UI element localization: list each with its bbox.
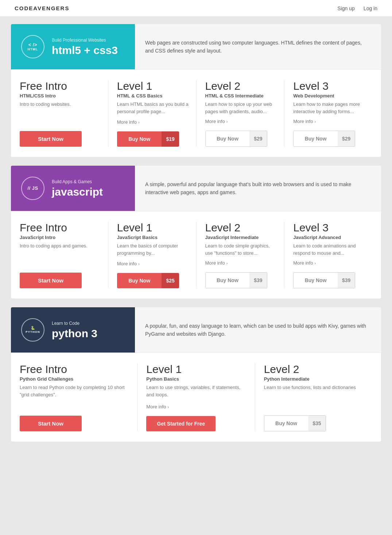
start-now-button-html-0[interactable]: Start Now — [20, 131, 82, 147]
banner-left-html: < />HTML Build Professional Websites htm… — [11, 24, 135, 69]
get-started-button-py-1[interactable]: Get Started for Free — [146, 416, 216, 431]
buy-button-inactive-js-2[interactable]: Buy Now $39 — [205, 272, 267, 288]
more-info-html-2[interactable]: More info › — [205, 119, 279, 124]
more-info-html-3[interactable]: More info › — [293, 119, 366, 124]
signup-link[interactable]: Sign up — [337, 5, 354, 11]
start-now-button-py-0[interactable]: Start Now — [20, 416, 82, 431]
site-logo: CODEAVENGERS — [15, 5, 69, 11]
buy-price-inactive-py-2[interactable]: $35 — [308, 415, 326, 431]
level-subtitle-html-0: HTML/CSS Intro — [20, 93, 102, 99]
buy-button-js-1[interactable]: Buy Now $25 — [117, 273, 179, 288]
buy-price-inactive-js-3[interactable]: $39 — [338, 272, 355, 288]
buy-price-inactive-html-3[interactable]: $29 — [338, 131, 355, 147]
more-info-arrow-js-3: › — [314, 261, 316, 265]
level-name-py-1: Level 1 — [146, 363, 249, 376]
level-card-html-3: Level 3Web DevelopmentLearn how to make … — [284, 80, 372, 147]
level-desc-py-0: Learn to read Python code by completing … — [20, 384, 131, 398]
level-subtitle-py-2: Python Intermediate — [264, 376, 366, 382]
course-section-js: // JS Build Apps & Games javascript A si… — [11, 166, 381, 299]
level-desc-html-0: Intro to coding websites. — [20, 101, 102, 113]
level-name-js-3: Level 3 — [293, 222, 366, 234]
level-subtitle-py-0: Python Grid Challenges — [20, 376, 131, 382]
banner-desc-py: A popular, fun, and easy language to lea… — [135, 307, 381, 353]
more-info-js-2[interactable]: More info › — [205, 260, 279, 266]
level-desc-js-3: Learn to code animations and respond to … — [293, 242, 366, 257]
more-info-arrow-html-1: › — [138, 120, 140, 124]
buy-label-js-1[interactable]: Buy Now — [117, 273, 162, 288]
buy-price-js-1[interactable]: $25 — [162, 273, 179, 288]
course-section-html: < />HTML Build Professional Websites htm… — [11, 24, 381, 157]
level-desc-py-2: Learn to use functions, lists and dictio… — [264, 384, 366, 398]
level-subtitle-js-2: JavaScript Intermediate — [205, 235, 279, 240]
more-info-arrow-html-2: › — [226, 119, 228, 124]
banner-subtitle-js: Build Apps & Games — [52, 179, 103, 184]
level-desc-py-1: Learn to use strings, variables, if stat… — [146, 384, 249, 400]
level-subtitle-html-1: HTML & CSS Basics — [117, 93, 190, 99]
buy-button-inactive-js-3[interactable]: Buy Now $39 — [293, 272, 355, 288]
level-card-js-2: Level 2JavaScript IntermediateLearn to c… — [196, 222, 284, 288]
level-card-py-1: Level 1Python BasicsLearn to use strings… — [137, 363, 255, 431]
levels-grid-js: Free IntroJavaScript IntroIntro to codin… — [11, 211, 381, 299]
buy-price-inactive-js-2[interactable]: $39 — [249, 272, 267, 288]
level-desc-js-2: Learn to code simple graphics, use "func… — [205, 242, 279, 257]
more-info-html-1[interactable]: More info › — [117, 119, 190, 125]
banner-text-py: Learn to Code python 3 — [52, 321, 97, 339]
buy-button-inactive-html-2[interactable]: Buy Now $29 — [205, 131, 267, 147]
course-icon-js: // JS — [21, 177, 44, 200]
buy-button-inactive-html-3[interactable]: Buy Now $29 — [293, 131, 355, 147]
banner-left-js: // JS Build Apps & Games javascript — [11, 166, 135, 211]
levels-grid-py: Free IntroPython Grid ChallengesLearn to… — [11, 353, 381, 442]
banner-left-py: 🐍PYTHON Learn to Code python 3 — [11, 307, 135, 353]
level-subtitle-py-1: Python Basics — [146, 376, 249, 382]
course-banner-html: < />HTML Build Professional Websites htm… — [11, 24, 381, 69]
banner-subtitle-html: Build Professional Websites — [52, 38, 118, 43]
banner-subtitle-py: Learn to Code — [52, 321, 97, 326]
more-info-arrow-py-1: › — [168, 405, 169, 409]
page-content: < />HTML Build Professional Websites htm… — [0, 17, 392, 458]
buy-label-inactive-js-3[interactable]: Buy Now — [293, 272, 338, 288]
level-card-py-2: Level 2Python IntermediateLearn to use f… — [255, 363, 372, 431]
level-name-py-0: Free Intro — [20, 363, 131, 376]
banner-title-html: html5 + css3 — [52, 44, 118, 56]
start-now-button-js-0[interactable]: Start Now — [20, 273, 82, 288]
buy-button-html-1[interactable]: Buy Now $19 — [117, 131, 179, 147]
buy-label-inactive-py-2[interactable]: Buy Now — [264, 415, 308, 431]
level-name-html-1: Level 1 — [117, 80, 190, 92]
more-info-arrow-js-2: › — [226, 261, 228, 265]
level-desc-html-1: Learn HTML basics as you build a persona… — [117, 101, 190, 116]
more-info-py-1[interactable]: More info › — [146, 404, 249, 409]
navbar: CODEAVENGERS Sign up Log in — [0, 0, 392, 17]
level-subtitle-html-3: Web Development — [293, 93, 366, 99]
course-banner-js: // JS Build Apps & Games javascript A si… — [11, 166, 381, 211]
banner-desc-html: Web pages are constructed using two comp… — [135, 24, 381, 69]
course-icon-py: 🐍PYTHON — [21, 318, 44, 342]
banner-title-js: javascript — [52, 186, 103, 198]
level-card-html-2: Level 2HTML & CSS IntermediateLearn how … — [196, 80, 284, 147]
level-card-js-3: Level 3JavaScript AdvancedLearn to code … — [284, 222, 372, 288]
level-name-html-2: Level 2 — [205, 80, 279, 92]
buy-label-inactive-js-2[interactable]: Buy Now — [205, 272, 250, 288]
buy-label-html-1[interactable]: Buy Now — [117, 131, 162, 147]
buy-label-inactive-html-2[interactable]: Buy Now — [205, 131, 250, 147]
level-desc-js-0: Intro to coding apps and games. — [20, 242, 102, 255]
buy-label-inactive-html-3[interactable]: Buy Now — [293, 131, 338, 147]
level-card-html-1: Level 1HTML & CSS BasicsLearn HTML basic… — [108, 80, 196, 147]
banner-text-html: Build Professional Websites html5 + css3 — [52, 38, 118, 56]
course-section-py: 🐍PYTHON Learn to Code python 3 A popular… — [11, 307, 381, 442]
more-info-js-1[interactable]: More info › — [117, 261, 190, 266]
level-name-js-1: Level 1 — [117, 222, 190, 234]
level-name-html-0: Free Intro — [20, 80, 102, 92]
buy-price-html-1[interactable]: $19 — [162, 131, 179, 147]
banner-text-js: Build Apps & Games javascript — [52, 179, 103, 198]
buy-button-inactive-py-2[interactable]: Buy Now $35 — [264, 415, 326, 431]
level-desc-js-1: Learn the basics of computer programming… — [117, 242, 190, 257]
level-subtitle-js-3: JavaScript Advanced — [293, 235, 366, 240]
more-info-arrow-js-1: › — [138, 262, 140, 266]
login-link[interactable]: Log in — [364, 5, 377, 11]
banner-title-py: python 3 — [52, 327, 97, 339]
buy-price-inactive-html-2[interactable]: $29 — [249, 131, 267, 147]
level-card-js-0: Free IntroJavaScript IntroIntro to codin… — [20, 222, 108, 288]
more-info-js-3[interactable]: More info › — [293, 260, 366, 266]
course-icon-html: < />HTML — [21, 35, 44, 58]
level-card-js-1: Level 1JavaScript BasicsLearn the basics… — [108, 222, 196, 288]
